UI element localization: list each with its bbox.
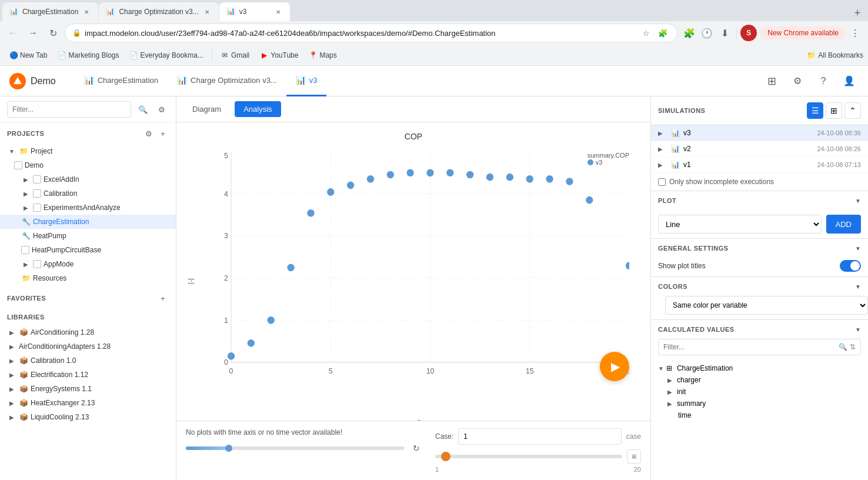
show-plot-titles-toggle[interactable]: [840, 260, 861, 272]
general-settings-header[interactable]: GENERAL SETTINGS ▼: [651, 239, 868, 258]
plot-section-header[interactable]: PLOT ▼: [651, 191, 868, 210]
aca-expand-icon: ▶: [7, 342, 16, 351]
calibration-checkbox[interactable]: [33, 189, 41, 198]
calc-summary[interactable]: ▶ summary: [651, 398, 868, 409]
library-ac[interactable]: ▶ 📦 AirConditioning 1.28: [0, 325, 176, 339]
library-elec[interactable]: ▶ 📦 Electrification 1.12: [0, 368, 176, 382]
tree-excel[interactable]: ▶ ExcelAddIn: [0, 172, 176, 186]
library-cal[interactable]: ▶ 📦 Calibration 1.0: [0, 354, 176, 368]
projects-settings-button[interactable]: ⚙: [143, 128, 155, 139]
charge-estimation-label: ChargeEstimation: [33, 218, 169, 226]
heat-pump-circuit-label: HeatPumpCircuitBase: [32, 246, 169, 254]
tab-charge-optimization-header[interactable]: 📊 Charge Optimization v3...: [168, 66, 286, 96]
bookmark-gmail[interactable]: ✉ Gmail: [216, 49, 254, 62]
sim-grid-view-button[interactable]: ⊞: [826, 102, 842, 119]
analysis-tab[interactable]: Analysis: [235, 101, 281, 117]
help-icon-button[interactable]: ?: [814, 72, 833, 91]
filter-icon[interactable]: ⚙: [155, 102, 169, 116]
extensions-button[interactable]: 🧩: [681, 25, 697, 41]
profile-avatar[interactable]: S: [740, 25, 757, 41]
tab-charge-estimation[interactable]: 📊 ChargeEstimation ✕: [2, 2, 98, 21]
bookmark-maps-label: Maps: [319, 51, 336, 59]
calc-values-header[interactable]: CALCULATED VALUES ▼: [651, 320, 868, 339]
menu-button[interactable]: ⋮: [847, 25, 863, 41]
case-slider-thumb[interactable]: [441, 452, 450, 461]
address-bar[interactable]: 🔒 impact.modelon.cloud/user/23eff794-ad9…: [65, 24, 677, 42]
bookmark-new-tab[interactable]: 🔵 FAVORITES New Tab: [5, 49, 52, 62]
new-tab-button[interactable]: +: [849, 5, 866, 21]
all-bookmarks[interactable]: 📁 All Bookmarks: [807, 51, 863, 59]
sim-list-view-button[interactable]: ☰: [807, 102, 823, 119]
tab-v3-header[interactable]: 📊 v3: [286, 66, 327, 96]
user-icon-button[interactable]: 👤: [840, 72, 859, 91]
calc-init[interactable]: ▶ init: [651, 386, 868, 398]
tree-charge-estimation[interactable]: 🔧 ChargeEstimation: [0, 215, 176, 229]
excel-checkbox[interactable]: [33, 175, 41, 184]
favorites-add-button[interactable]: +: [157, 292, 169, 304]
tree-experiments[interactable]: ▶ ExperimentsAndAnalyze: [0, 201, 176, 215]
tree-calibration[interactable]: ▶ Calibration: [0, 186, 176, 201]
sidebar-filter-input[interactable]: [7, 101, 131, 118]
tab-charge-optimization[interactable]: 📊 Charge Optimization v3... ✕: [99, 2, 218, 21]
colors-section-header[interactable]: COLORS ▼: [651, 277, 868, 296]
app-mode-checkbox[interactable]: [33, 260, 41, 268]
calc-time[interactable]: time: [651, 409, 868, 421]
time-slider[interactable]: [186, 446, 405, 450]
diagram-tab[interactable]: Diagram: [183, 101, 230, 117]
time-slider-thumb[interactable]: [225, 445, 232, 452]
tree-project-root[interactable]: ▼ 📁 Project ⬇ ⬆ + 🗑: [0, 144, 176, 158]
calc-sort-icon[interactable]: ⇅: [850, 343, 856, 351]
tab-charge-estimation-header[interactable]: 📊 ChargeEstimation: [75, 66, 168, 96]
calc-charge-estimation-root[interactable]: ▼ ⊞ ChargeEstimation: [651, 362, 868, 374]
bookmark-youtube[interactable]: ▶ YouTube: [255, 49, 303, 62]
colors-select[interactable]: Same color per variable: [665, 296, 868, 315]
tree-heat-pump-circuit[interactable]: HeatPumpCircuitBase: [0, 243, 176, 257]
calc-search-icon[interactable]: 🔍: [839, 343, 847, 351]
tab-v3[interactable]: 📊 v3 ✕: [219, 2, 290, 21]
simulation-v2-row[interactable]: ▶ 📊 v2 24-10-08 08:26: [651, 141, 868, 157]
library-aca[interactable]: ▶ AirConditioningAdapters 1.28: [0, 339, 176, 354]
projects-add-button[interactable]: +: [157, 128, 169, 139]
app-logo[interactable]: Demo: [9, 73, 56, 89]
new-chrome-button[interactable]: New Chrome available: [760, 26, 846, 39]
tab-close-charge-estimation[interactable]: ✕: [82, 7, 91, 16]
sim-expand-button[interactable]: ⌃: [844, 102, 861, 119]
play-button[interactable]: ▶: [600, 352, 629, 381]
calc-charger[interactable]: ▶ charger: [651, 374, 868, 386]
library-energy[interactable]: ▶ 📦 EnergySystems 1.1: [0, 382, 176, 396]
tree-app-mode[interactable]: ▶ AppMode: [0, 257, 176, 271]
tree-heat-pump[interactable]: 🔧 HeatPump: [0, 229, 176, 243]
history-button[interactable]: 🕐: [699, 25, 715, 41]
bookmark-marketing[interactable]: 📄 Marketing Blogs: [53, 49, 123, 62]
tree-resources[interactable]: 📁 Resources: [0, 271, 176, 285]
download-button[interactable]: ⬇: [716, 25, 733, 41]
calc-filter-input[interactable]: [663, 343, 836, 351]
settings-icon-button[interactable]: ⚙: [788, 72, 807, 91]
grid-icon-button[interactable]: ⊞: [762, 72, 781, 91]
library-lc[interactable]: ▶ 📦 LiquidCooling 2.13: [0, 410, 176, 424]
add-plot-button[interactable]: ADD: [826, 215, 861, 234]
demo-checkbox[interactable]: [14, 161, 22, 169]
refresh-button[interactable]: ↻: [409, 441, 423, 455]
simulation-v3-row[interactable]: ▶ 📊 v3 24-10-08 08:36: [651, 125, 868, 141]
bookmark-star-icon[interactable]: ☆: [639, 26, 653, 40]
forward-button[interactable]: →: [25, 25, 41, 41]
experiments-checkbox[interactable]: [33, 204, 41, 212]
tab-close-v3[interactable]: ✕: [273, 7, 283, 16]
reload-button[interactable]: ↻: [45, 25, 61, 41]
heat-pump-circuit-checkbox[interactable]: [21, 246, 29, 254]
extensions-icon[interactable]: 🧩: [656, 26, 670, 40]
case-input[interactable]: [458, 428, 621, 445]
only-incomplete-checkbox[interactable]: [658, 178, 666, 186]
plot-type-select[interactable]: Line: [658, 215, 822, 234]
simulation-v1-row[interactable]: ▶ 📊 v1 24-10-08 07:13: [651, 157, 868, 173]
search-icon[interactable]: 🔍: [136, 102, 150, 116]
tree-demo[interactable]: Demo: [0, 158, 176, 172]
notes-button[interactable]: ≡: [627, 449, 641, 464]
bookmark-maps[interactable]: 📍 Maps: [304, 49, 341, 62]
library-hx[interactable]: ▶ 📦 HeatExchanger 2.13: [0, 396, 176, 410]
bookmark-everyday[interactable]: 📄 Everyday Bookma...: [125, 49, 208, 62]
tab-close-charge-optimization[interactable]: ✕: [202, 7, 212, 16]
case-slider[interactable]: [435, 455, 622, 458]
back-button[interactable]: ←: [5, 25, 21, 41]
